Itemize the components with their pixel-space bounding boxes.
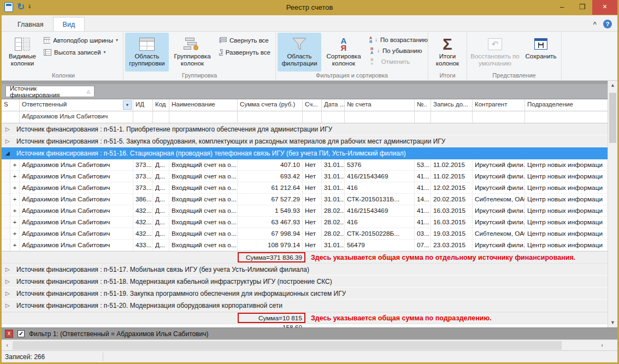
autofit-width-button[interactable]: Автоподбор ширины ▾ bbox=[42, 35, 120, 45]
scroll-right-icon[interactable]: › bbox=[598, 341, 606, 350]
group-row[interactable]: ▷Источник финансирования : п-51-19. Заку… bbox=[2, 288, 608, 300]
cancel-sort-button[interactable]: Я× Отменить bbox=[368, 57, 425, 66]
grid-cell[interactable]: 432... bbox=[133, 205, 153, 217]
grid-cell[interactable]: 67 527.29 bbox=[238, 194, 303, 205]
grid-cell[interactable]: 416/21543469 bbox=[345, 171, 415, 182]
grid-cell[interactable]: Иркутский фили... bbox=[473, 217, 525, 228]
expand-group-icon[interactable]: ▷ bbox=[5, 126, 11, 132]
grid-cell[interactable]: Центр новых информаци bbox=[525, 171, 608, 182]
grid-cell[interactable]: Входящий счет на о... bbox=[169, 159, 238, 171]
grid-cell[interactable]: Входящий счет на о... bbox=[169, 182, 238, 194]
column-header[interactable]: № счета bbox=[345, 99, 415, 111]
filter-row-cell[interactable] bbox=[153, 111, 169, 123]
grid-cell[interactable]: Входящий счет на о... bbox=[169, 171, 238, 182]
grid-cell[interactable]: Нет bbox=[303, 205, 322, 217]
grid-cell[interactable]: 373... bbox=[133, 182, 153, 194]
grid-cell[interactable]: 16.03.2015 bbox=[431, 217, 473, 228]
visible-columns-button[interactable]: Видимые колонки bbox=[5, 33, 39, 71]
grid-cell[interactable]: 41... bbox=[415, 217, 431, 228]
grid-cell[interactable]: 432... bbox=[133, 217, 153, 228]
scroll-left-icon[interactable]: ‹ bbox=[3, 341, 11, 350]
table-row[interactable]: +Абдрахимов Илья Сабитович373...Д...Вход… bbox=[2, 182, 608, 194]
grid-cell[interactable]: Абдрахимов Илья Сабитович bbox=[20, 171, 133, 182]
grid-cell[interactable]: 432... bbox=[133, 228, 153, 240]
grid-cell[interactable]: Центр новых информаци bbox=[525, 228, 608, 240]
grid-cell[interactable]: 433... bbox=[133, 240, 153, 251]
expand-row-button[interactable]: + bbox=[10, 240, 20, 251]
filter-row-cell[interactable] bbox=[169, 111, 238, 123]
grid-cell[interactable]: Абдрахимов Илья Сабитович bbox=[20, 240, 133, 251]
grid-cell[interactable]: Входящий счет на о... bbox=[169, 194, 238, 205]
column-header[interactable]: №.. bbox=[415, 99, 431, 111]
filter-row-cell[interactable] bbox=[322, 111, 345, 123]
grid-cell[interactable]: Д... bbox=[153, 171, 169, 182]
grid-cell[interactable]: 61 212.64 bbox=[238, 182, 303, 194]
grid-cell[interactable]: Входящий счет на о... bbox=[169, 240, 238, 251]
grid-cell[interactable]: 31.01... bbox=[322, 182, 345, 194]
grid-cell[interactable]: 28.02... bbox=[322, 217, 345, 228]
table-row[interactable]: +Абдрахимов Илья Сабитович433...Д...Вход… bbox=[2, 240, 608, 251]
grid-cell[interactable]: 14... bbox=[415, 194, 431, 205]
grid-cell[interactable]: Д... bbox=[153, 240, 169, 251]
grid-cell[interactable]: 373... bbox=[133, 159, 153, 171]
grid-cell[interactable]: 41... bbox=[415, 182, 431, 194]
filter-row-cell[interactable]: Абдрахимов Илья Сабитович bbox=[20, 111, 133, 123]
grid-cell[interactable]: Иркутский фили... bbox=[473, 171, 525, 182]
filter-row-cell[interactable] bbox=[345, 111, 415, 123]
scroll-down-icon[interactable]: ▼ bbox=[608, 318, 617, 327]
grid-cell[interactable]: 12.02.2015 bbox=[431, 182, 473, 194]
grid-cell[interactable]: 19.03.2015 bbox=[431, 228, 473, 240]
grid-cell[interactable]: 386... bbox=[133, 194, 153, 205]
expand-all-button[interactable]: Развернуть все bbox=[217, 47, 272, 57]
help-icon[interactable]: ? bbox=[603, 20, 612, 28]
horizontal-scrollbar[interactable]: ‹ › bbox=[2, 339, 617, 350]
grid-cell[interactable]: Центр новых информаци bbox=[525, 194, 608, 205]
grid-cell[interactable]: 56479 bbox=[345, 240, 415, 251]
filter-row-cell[interactable] bbox=[415, 111, 431, 123]
grid-cell[interactable]: 693.42 bbox=[238, 171, 303, 182]
column-header[interactable]: Запись до... bbox=[431, 99, 473, 111]
table-row[interactable]: +Абдрахимов Илья Сабитович386...Д...Вход… bbox=[2, 194, 608, 205]
grid-cell[interactable]: Абдрахимов Илья Сабитович bbox=[20, 217, 133, 228]
filter-row-cell[interactable] bbox=[473, 111, 525, 123]
grid-cell[interactable]: 28.02... bbox=[322, 228, 345, 240]
minimize-button[interactable]: – bbox=[552, 0, 572, 15]
filter-row-cell[interactable] bbox=[525, 111, 608, 123]
grid-cell[interactable]: Д... bbox=[153, 194, 169, 205]
filter-row-cell[interactable] bbox=[2, 111, 20, 123]
group-area-button[interactable]: Область группировки bbox=[125, 33, 169, 71]
grid-cell[interactable]: 63 467.93 bbox=[238, 217, 303, 228]
expand-row-button[interactable]: + bbox=[10, 182, 20, 194]
sort-ascending-button[interactable]: АЯ↓ По возрастанию bbox=[368, 35, 425, 44]
grid-cell[interactable]: Нет bbox=[303, 194, 322, 205]
grid-cell[interactable]: 1 549.93 bbox=[238, 205, 303, 217]
sort-descending-button[interactable]: ЯА↓ По убыванию bbox=[368, 46, 425, 55]
table-row[interactable]: +Абдрахимов Илья Сабитович432...Д...Вход… bbox=[2, 205, 608, 217]
row-height-button[interactable]: Высота записей ▾ bbox=[42, 47, 120, 57]
grid-cell[interactable]: 108 979.14 bbox=[238, 240, 303, 251]
filter-row-cell[interactable] bbox=[238, 111, 303, 123]
grid-cell[interactable]: Входящий счет на о... bbox=[169, 217, 238, 228]
column-header[interactable]: Наименование bbox=[169, 99, 238, 111]
restore-default-button[interactable]: ↶ Восстановить по умолчанию bbox=[469, 33, 521, 71]
grid-cell[interactable]: Нет bbox=[303, 171, 322, 182]
filter-row-cell[interactable] bbox=[303, 111, 322, 123]
filter-row-cell[interactable] bbox=[431, 111, 473, 123]
filter-enabled-checkbox[interactable]: ✓ bbox=[17, 330, 25, 337]
remove-filter-button[interactable]: x bbox=[5, 330, 13, 338]
grid-cell[interactable]: Иркутский фили... bbox=[473, 205, 525, 217]
grid-cell[interactable]: Нет bbox=[303, 228, 322, 240]
grid-cell[interactable]: СТК-20150228Б... bbox=[345, 228, 415, 240]
expand-group-icon[interactable]: ▷ bbox=[5, 278, 11, 284]
vertical-scrollbar[interactable]: ▲ ▼ bbox=[608, 81, 617, 327]
column-header[interactable]: Сч... bbox=[303, 99, 322, 111]
column-header[interactable]: Контрагент bbox=[473, 99, 525, 111]
vertical-scroll-thumb[interactable] bbox=[609, 93, 616, 143]
grid-cell[interactable]: Абдрахимов Илья Сабитович bbox=[20, 205, 133, 217]
grid-cell[interactable]: СТК-20150131Б... bbox=[345, 194, 415, 205]
expand-group-icon[interactable]: ▷ bbox=[5, 302, 11, 308]
grid-cell[interactable]: 5376 bbox=[345, 159, 415, 171]
sort-columns-button[interactable]: АЯ Сортировка колонок bbox=[322, 33, 365, 71]
grid-cell[interactable]: 03... bbox=[415, 228, 431, 240]
column-header[interactable]: S bbox=[2, 99, 20, 111]
